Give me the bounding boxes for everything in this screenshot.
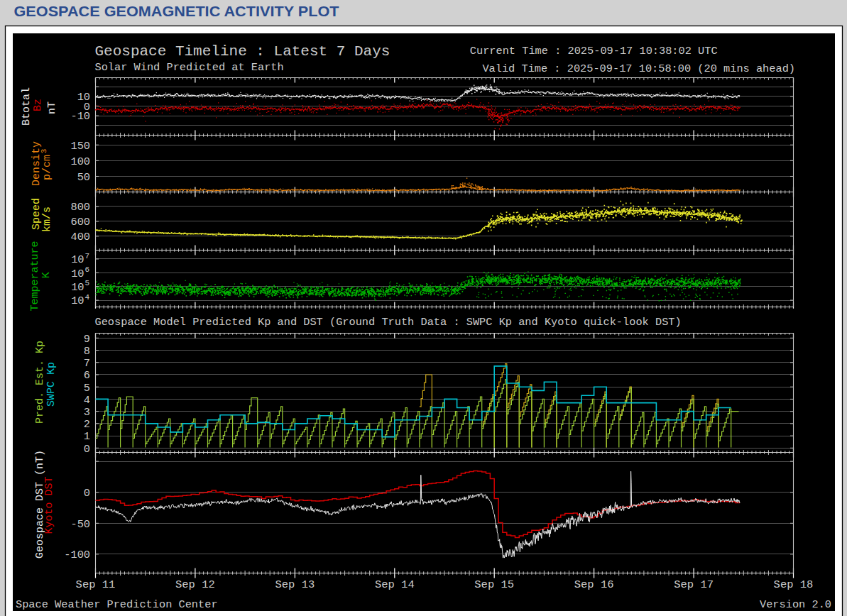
svg-text:10: 10: [71, 281, 84, 294]
svg-text:Space Weather Prediction Cente: Space Weather Prediction Center: [16, 598, 218, 611]
svg-text:Pred. Est. Kp: Pred. Est. Kp: [34, 341, 46, 424]
svg-text:2: 2: [84, 418, 90, 431]
svg-text:0: 0: [84, 443, 90, 456]
svg-text:-10: -10: [70, 110, 90, 123]
svg-text:3: 3: [84, 406, 90, 419]
svg-text:K: K: [40, 272, 53, 278]
svg-text:km/s: km/s: [41, 207, 53, 232]
svg-text:nT: nT: [46, 101, 58, 114]
svg-text:800: 800: [70, 201, 90, 214]
svg-text:Sep 13: Sep 13: [275, 578, 315, 591]
svg-text:5: 5: [85, 279, 90, 287]
svg-text:Sep 18: Sep 18: [774, 578, 814, 591]
svg-text:9: 9: [84, 333, 90, 346]
svg-text:1: 1: [84, 430, 90, 443]
svg-text:3: 3: [40, 149, 48, 154]
svg-text:-50: -50: [70, 518, 90, 531]
svg-text:6: 6: [85, 265, 90, 274]
svg-text:50: 50: [77, 171, 90, 184]
svg-text:10: 10: [71, 295, 84, 307]
svg-text:GEOSPACE GEOMAGNETIC ACTIVITY: GEOSPACE GEOMAGNETIC ACTIVITY PLOT: [14, 4, 339, 19]
svg-text:Btotal: Btotal: [21, 87, 33, 126]
svg-text:0: 0: [84, 487, 90, 500]
svg-text:-100: -100: [64, 549, 90, 561]
svg-text:150: 150: [70, 140, 90, 153]
svg-text:Current Time : 2025-09-17 10:3: Current Time : 2025-09-17 10:38:02 UTC: [470, 45, 718, 57]
svg-text:7: 7: [85, 252, 90, 260]
svg-text:Kyoto DST: Kyoto DST: [44, 476, 56, 534]
svg-text:8: 8: [84, 345, 90, 358]
svg-text:Geospace Model Predicted Kp an: Geospace Model Predicted Kp and DST (Gro…: [95, 316, 682, 329]
svg-text:7: 7: [84, 357, 90, 370]
svg-text:Bz: Bz: [32, 99, 44, 111]
svg-text:Sep 15: Sep 15: [474, 578, 514, 591]
svg-text:Version 2.0: Version 2.0: [760, 598, 831, 611]
svg-text:600: 600: [70, 216, 90, 229]
svg-text:Solar Wind Predicted at Earth: Solar Wind Predicted at Earth: [95, 61, 284, 74]
svg-text:Valid Time : 2025-09-17 10:58:: Valid Time : 2025-09-17 10:58:00 (20 min…: [482, 62, 795, 75]
svg-text:p/cm: p/cm: [41, 155, 53, 180]
svg-text:10: 10: [71, 253, 84, 266]
svg-text:4: 4: [84, 394, 90, 407]
svg-text:Temperature: Temperature: [29, 241, 41, 311]
svg-text:Sep 14: Sep 14: [375, 578, 415, 591]
svg-text:SWPC Kp: SWPC Kp: [45, 362, 58, 407]
svg-text:6: 6: [84, 369, 90, 382]
svg-text:10: 10: [71, 268, 84, 280]
svg-text:5: 5: [84, 382, 90, 395]
svg-text:Sep 16: Sep 16: [574, 578, 614, 591]
svg-text:Sep 17: Sep 17: [674, 578, 714, 591]
svg-text:Sep 11: Sep 11: [76, 578, 116, 591]
svg-text:100: 100: [70, 155, 90, 168]
svg-text:4: 4: [85, 293, 90, 302]
svg-text:Geospace Timeline : Latest 7 D: Geospace Timeline : Latest 7 Days: [95, 43, 390, 60]
svg-text:400: 400: [70, 231, 90, 243]
svg-text:Sep 12: Sep 12: [175, 578, 215, 591]
